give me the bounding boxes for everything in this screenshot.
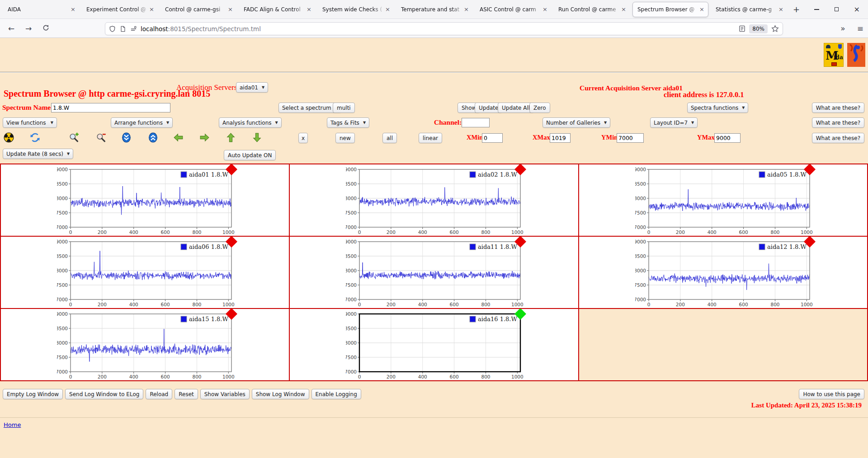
browser-tab-9[interactable]: Spectrum Browser @×	[632, 2, 708, 17]
footer-button-5[interactable]: Show Variables	[200, 389, 250, 399]
gallery-cell-aida05[interactable]: 7000750080008500900002004006008001000aid…	[579, 164, 868, 237]
zero-button[interactable]: Zero	[529, 103, 550, 113]
tab-close-icon[interactable]: ×	[71, 6, 75, 13]
new-button[interactable]: new	[335, 133, 355, 143]
what-are-these-button-2[interactable]: What are these?	[812, 117, 864, 128]
x-button[interactable]: x	[298, 133, 308, 143]
multi-button[interactable]: multi	[333, 103, 355, 113]
arrow-left-icon[interactable]	[173, 132, 184, 143]
spectrum-name-input[interactable]	[51, 103, 170, 112]
all-button[interactable]: all	[382, 133, 397, 143]
reload-icon[interactable]	[37, 24, 54, 33]
browser-tab-6[interactable]: Temperature and stat×	[396, 2, 472, 17]
channel-input[interactable]	[462, 118, 490, 127]
spectrum-plot-aida06[interactable]: 7000750080008500900002004006008001000aid…	[57, 237, 240, 309]
forward-icon[interactable]: →	[20, 24, 37, 33]
gallery-cell-aida11[interactable]: 7000750080008500900002004006008001000aid…	[290, 237, 579, 309]
spectrum-plot-aida02[interactable]: 7000750080008500900002004006008001000aid…	[346, 164, 528, 237]
gallery-cell-aida02[interactable]: 7000750080008500900002004006008001000aid…	[290, 164, 579, 237]
fair-logo[interactable]	[847, 43, 865, 67]
xmin-input[interactable]	[482, 133, 503, 143]
permissions-icon[interactable]	[130, 25, 137, 33]
spectrum-plot-aida05[interactable]: 7000750080008500900002004006008001000aid…	[635, 164, 818, 237]
layout-id-dropdown[interactable]: Layout ID=7▼	[650, 117, 698, 128]
zoom-in-icon[interactable]	[69, 132, 80, 143]
xmax-input[interactable]	[550, 133, 571, 143]
tab-close-icon[interactable]: ×	[464, 6, 469, 13]
browser-tab-7[interactable]: ASIC Control @ carm×	[475, 2, 551, 17]
spectrum-plot-aida15[interactable]: 7000750080008500900002004006008001000aid…	[57, 309, 240, 381]
zoom-out-icon[interactable]	[96, 132, 107, 143]
ymax-input[interactable]	[714, 133, 741, 143]
midas-logo[interactable]: Midas	[824, 43, 844, 67]
footer-button-2[interactable]: Send Log Window to ELog	[65, 389, 143, 399]
footer-button-3[interactable]: Reload	[146, 389, 172, 399]
ymin-input[interactable]	[617, 133, 644, 143]
select-spectrum-dropdown[interactable]: Select a spectrum▼	[278, 103, 341, 113]
footer-button-4[interactable]: Reset	[175, 389, 198, 399]
back-icon[interactable]: ←	[3, 24, 20, 33]
browser-tab-2[interactable]: Experiment Control @×	[82, 2, 158, 17]
close-window-icon[interactable]: ×	[854, 5, 860, 14]
browser-tab-1[interactable]: AIDA×	[3, 2, 79, 17]
update-rate-dropdown[interactable]: Update Rate (8 secs)▼	[3, 149, 73, 159]
arrange-functions-dropdown[interactable]: Arrange functions▼	[111, 117, 173, 128]
view-functions-dropdown[interactable]: View functions▼	[3, 117, 57, 128]
gallery-cell-aida06[interactable]: 7000750080008500900002004006008001000aid…	[1, 237, 290, 309]
pack-down-icon[interactable]	[121, 132, 132, 143]
how-to-use-button[interactable]: How to use this page	[799, 389, 864, 399]
home-link[interactable]: Home	[4, 421, 21, 428]
browser-tab-4[interactable]: FADC Align & Control×	[239, 2, 315, 17]
what-are-these-button-3[interactable]: What are these?	[812, 133, 864, 143]
arrow-right-icon[interactable]	[199, 132, 210, 143]
gallery-cell-aida01[interactable]: 7000750080008500900002004006008001000aid…	[1, 164, 290, 237]
gallery-cell-aida16[interactable]: 7000750080008500900002004006008001000aid…	[290, 309, 579, 381]
footer-button-7[interactable]: Enable Logging	[311, 389, 361, 399]
tab-close-icon[interactable]: ×	[149, 6, 154, 13]
url-text[interactable]: localhost:8015/Spectrum/Spectrum.tml	[141, 25, 739, 33]
browser-tab-3[interactable]: Control @ carme-gsi×	[160, 2, 236, 17]
tab-close-icon[interactable]: ×	[621, 6, 626, 13]
auto-update-button[interactable]: Auto Update ON	[224, 150, 276, 160]
tab-close-icon[interactable]: ×	[307, 6, 311, 13]
footer-button-6[interactable]: Show Log Window	[252, 389, 309, 399]
arrow-down-icon[interactable]	[252, 132, 263, 143]
browser-tab-5[interactable]: System wide Checks (×	[318, 2, 394, 17]
browser-tab-8[interactable]: Run Control @ carme×	[554, 2, 630, 17]
menu-hamburger-icon[interactable]: ≡	[857, 24, 863, 33]
number-of-galleries-dropdown[interactable]: Number of Galleries▼	[542, 117, 610, 128]
acquisition-server-select[interactable]: aida01▼	[236, 82, 268, 93]
gallery-cell-aida12[interactable]: 7000750080008500900002004006008001000aid…	[579, 237, 868, 309]
spectrum-plot-aida01[interactable]: 7000750080008500900002004006008001000aid…	[57, 164, 240, 237]
tab-close-icon[interactable]: ×	[542, 6, 547, 13]
tab-close-icon[interactable]: ×	[778, 6, 783, 13]
browser-tab-10[interactable]: Statistics @ carme-g×	[711, 2, 787, 17]
analysis-functions-dropdown[interactable]: Analysis functions▼	[219, 117, 282, 128]
gallery-cell-aida15[interactable]: 7000750080008500900002004006008001000aid…	[1, 309, 290, 381]
linear-button[interactable]: linear	[419, 133, 442, 143]
spectrum-plot-aida11[interactable]: 7000750080008500900002004006008001000aid…	[346, 237, 528, 309]
maximize-icon[interactable]	[835, 7, 839, 11]
spectrum-plot-aida16[interactable]: 7000750080008500900002004006008001000aid…	[346, 309, 528, 381]
url-bar[interactable]: localhost:8015/Spectrum/Spectrum.tml 80%	[105, 22, 783, 35]
tags-fits-dropdown[interactable]: Tags & Fits▼	[327, 117, 369, 128]
overflow-chevrons-icon[interactable]: »	[840, 24, 845, 33]
what-are-these-button-1[interactable]: What are these?	[812, 103, 864, 113]
zoom-level-chip[interactable]: 80%	[749, 24, 768, 33]
tab-close-icon[interactable]: ×	[385, 6, 390, 13]
arrow-up-icon[interactable]	[226, 132, 236, 143]
radiation-icon[interactable]	[4, 132, 14, 143]
minimize-icon[interactable]	[814, 9, 819, 10]
spectra-functions-dropdown[interactable]: Spectra functions▼	[687, 103, 748, 113]
update-all-button[interactable]: Update All	[498, 103, 534, 113]
shield-icon[interactable]	[109, 25, 116, 33]
page-info-icon[interactable]	[120, 25, 126, 33]
tab-close-icon[interactable]: ×	[228, 6, 233, 13]
pack-up-icon[interactable]	[148, 132, 159, 143]
spectrum-plot-aida12[interactable]: 7000750080008500900002004006008001000aid…	[635, 237, 818, 309]
new-tab-button[interactable]: +	[788, 5, 804, 14]
reader-mode-icon[interactable]	[739, 25, 745, 32]
footer-button-1[interactable]: Empty Log Window	[3, 389, 63, 399]
bookmark-star-icon[interactable]	[771, 25, 779, 33]
tab-close-icon[interactable]: ×	[699, 6, 704, 13]
